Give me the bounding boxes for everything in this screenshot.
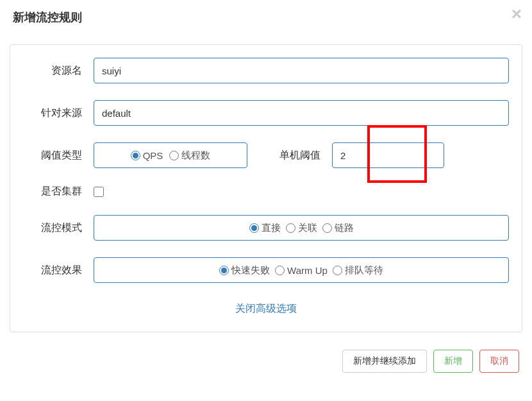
threshold-value-label: 单机阈值 [279, 149, 320, 162]
collapse-advanced-link[interactable]: 关闭高级选项 [23, 302, 509, 316]
cancel-button[interactable]: 取消 [479, 350, 519, 373]
threshold-type-thread-option[interactable]: 线程数 [169, 149, 210, 162]
flow-mode-relate-option[interactable]: 关联 [286, 222, 317, 234]
flow-effect-radio-group: 快速失败 Warm Up 排队等待 [94, 257, 509, 283]
cluster-row: 是否集群 [23, 185, 509, 198]
source-label: 针对来源 [23, 107, 94, 120]
threshold-type-qps-option[interactable]: QPS [131, 150, 163, 161]
resource-input[interactable] [94, 58, 509, 83]
cluster-checkbox[interactable] [94, 187, 104, 197]
flow-mode-relate-label: 关联 [298, 222, 317, 234]
flow-mode-row: 流控模式 直接 关联 链路 [23, 215, 509, 241]
flow-effect-failfast-option[interactable]: 快速失败 [219, 264, 270, 277]
threshold-type-qps-label: QPS [143, 150, 163, 161]
flow-mode-direct-radio[interactable] [249, 223, 259, 233]
threshold-type-thread-label: 线程数 [181, 149, 210, 162]
flow-effect-failfast-label: 快速失败 [231, 264, 270, 277]
flow-mode-chain-radio[interactable] [322, 223, 332, 233]
flow-mode-direct-option[interactable]: 直接 [249, 222, 281, 234]
flow-effect-warmup-radio[interactable] [275, 266, 285, 275]
flow-effect-queue-option[interactable]: 排队等待 [333, 264, 383, 277]
threshold-type-radio-group: QPS 线程数 [94, 142, 247, 168]
modal-header: 新增流控规则 × [0, 0, 532, 35]
resource-row: 资源名 [23, 58, 509, 83]
flow-effect-warmup-option[interactable]: Warm Up [275, 265, 328, 276]
add-button[interactable]: 新增 [433, 350, 473, 373]
flow-effect-queue-radio[interactable] [333, 266, 342, 275]
resource-label: 资源名 [23, 64, 94, 78]
threshold-type-qps-radio[interactable] [131, 151, 140, 160]
flow-mode-chain-label: 链路 [335, 222, 354, 234]
flow-effect-row: 流控效果 快速失败 Warm Up 排队等待 [23, 257, 509, 283]
flow-mode-direct-label: 直接 [262, 222, 281, 234]
flow-mode-relate-radio[interactable] [286, 223, 295, 233]
flow-mode-radio-group: 直接 关联 链路 [94, 215, 509, 241]
close-icon[interactable]: × [511, 5, 522, 23]
form-panel: 资源名 针对来源 阈值类型 QPS 线程数 单机阈值 [10, 44, 522, 332]
threshold-type-thread-radio[interactable] [169, 151, 179, 160]
threshold-row: 阈值类型 QPS 线程数 单机阈值 [23, 142, 509, 168]
threshold-type-label: 阈值类型 [23, 149, 94, 162]
modal-title: 新增流控规则 [13, 10, 519, 25]
flow-effect-failfast-radio[interactable] [219, 266, 229, 275]
flow-effect-queue-label: 排队等待 [345, 264, 383, 277]
flow-mode-chain-option[interactable]: 链路 [322, 222, 354, 234]
cluster-label: 是否集群 [23, 185, 94, 198]
threshold-value-input[interactable] [332, 142, 444, 168]
flow-effect-warmup-label: Warm Up [287, 265, 328, 276]
flow-mode-label: 流控模式 [23, 221, 94, 235]
add-continue-button[interactable]: 新增并继续添加 [342, 350, 427, 373]
flow-effect-label: 流控效果 [23, 264, 94, 277]
source-row: 针对来源 [23, 100, 509, 126]
source-input[interactable] [94, 100, 509, 126]
modal-footer: 新增并继续添加 新增 取消 [0, 342, 532, 382]
